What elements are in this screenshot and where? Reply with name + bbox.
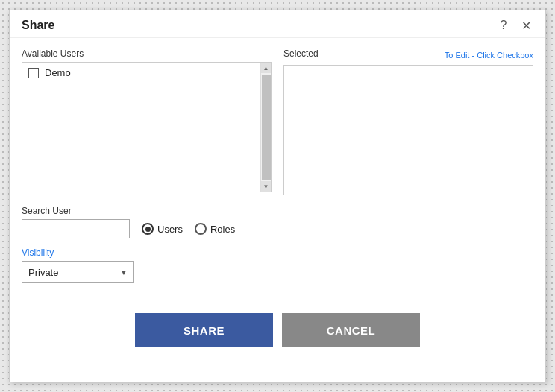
selected-listbox[interactable] (283, 65, 533, 195)
selected-label-row: Selected To Edit - Click Checkbox (283, 48, 533, 62)
radio-users[interactable]: Users (142, 223, 183, 235)
radio-group: Users Roles (142, 223, 235, 235)
radio-users-label: Users (157, 224, 183, 235)
dialog-overlay: Share ? ✕ Available Users Demo (0, 0, 555, 392)
search-label: Search User (22, 206, 533, 216)
edit-hint: To Edit - Click Checkbox (445, 51, 533, 60)
selected-label: Selected (283, 48, 319, 59)
user-name-demo: Demo (45, 67, 71, 78)
dialog-title: Share (22, 19, 54, 32)
scrollbar-up-arrow[interactable]: ▲ (261, 63, 272, 73)
dialog-body: Available Users Demo ▲ ▼ (10, 38, 545, 306)
radio-roles-circle[interactable] (195, 223, 207, 235)
columns-row: Available Users Demo ▲ ▼ (22, 48, 533, 195)
radio-roles-label: Roles (210, 224, 235, 235)
list-item: Demo (22, 63, 271, 83)
share-dialog: Share ? ✕ Available Users Demo (9, 10, 546, 382)
search-section: Search User Users Roles (22, 206, 533, 238)
visibility-label: Visibility (22, 247, 533, 258)
help-icon[interactable]: ? (496, 18, 511, 33)
available-users-listbox[interactable]: Demo ▲ ▼ (22, 62, 272, 192)
radio-roles[interactable]: Roles (195, 223, 235, 235)
visibility-section: Visibility Private Public ▼ (22, 247, 533, 283)
search-input[interactable] (22, 219, 130, 238)
scrollbar[interactable]: ▲ ▼ (260, 63, 271, 192)
available-users-label: Available Users (22, 48, 272, 59)
scrollbar-down-arrow[interactable]: ▼ (261, 181, 272, 192)
radio-users-circle[interactable] (142, 223, 154, 235)
cancel-button[interactable]: CANCEL (282, 313, 420, 347)
dialog-header-icons: ? ✕ (496, 18, 533, 33)
visibility-select[interactable]: Private Public (22, 261, 134, 283)
available-users-column: Available Users Demo ▲ ▼ (22, 48, 272, 195)
dialog-footer: SHARE CANCEL (10, 306, 545, 362)
share-button[interactable]: SHARE (135, 313, 273, 347)
visibility-select-wrapper: Private Public ▼ (22, 261, 134, 283)
search-row: Users Roles (22, 219, 533, 238)
user-checkbox-demo[interactable] (28, 68, 39, 78)
scrollbar-thumb[interactable] (262, 75, 271, 180)
selected-column: Selected To Edit - Click Checkbox (283, 48, 533, 195)
dialog-header: Share ? ✕ (10, 10, 545, 38)
close-icon[interactable]: ✕ (518, 18, 533, 33)
